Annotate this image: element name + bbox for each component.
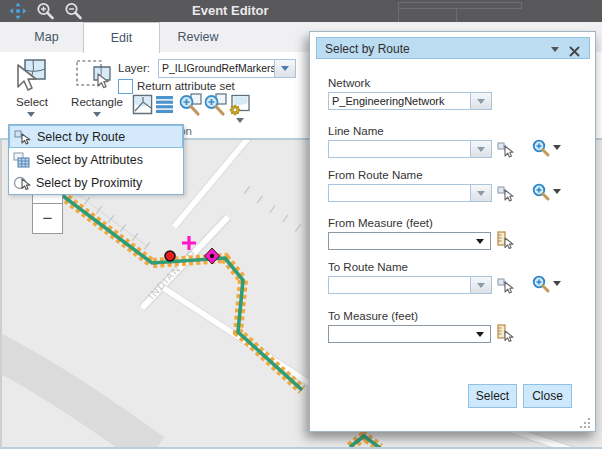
select-dropdown-menu: Select by Route Select by Attributes Sel… [8, 124, 184, 195]
select-by-attributes-icon [13, 152, 31, 168]
line-name-combobox-button[interactable] [470, 141, 491, 157]
menu-item-select-by-attributes[interactable]: Select by Attributes [9, 148, 183, 171]
to-measure-caret[interactable] [476, 332, 484, 337]
dialog-header[interactable]: Select by Route [316, 37, 590, 59]
select-by-route-dialog: Select by Route Network P_EngineeringNet… [309, 31, 596, 432]
line-zoom-icon[interactable] [532, 139, 550, 161]
line-name-label: Line Name [328, 125, 384, 137]
tab-map[interactable]: Map [10, 22, 83, 52]
from-route-combobox-button[interactable] [470, 185, 491, 201]
to-route-value [329, 277, 470, 293]
select-by-route-icon [14, 129, 32, 145]
from-measure-label: From Measure (feet) [328, 217, 433, 229]
select-features-icon[interactable] [132, 94, 153, 119]
menu-item-select-by-proximity[interactable]: Select by Proximity [9, 171, 183, 194]
network-combobox[interactable]: P_EngineeringNetwork [328, 92, 492, 110]
close-button[interactable]: Close [523, 384, 572, 408]
to-route-combobox-button[interactable] [470, 277, 491, 293]
from-measure-select-icon[interactable] [496, 231, 514, 253]
layer-label: Layer: [118, 62, 150, 74]
close-icon[interactable] [569, 43, 580, 61]
network-label: Network [328, 77, 370, 89]
select-tool-icon[interactable] [11, 57, 49, 99]
to-measure-label: To Measure (feet) [328, 310, 418, 322]
from-route-combobox[interactable] [328, 184, 492, 202]
from-route-zoom-icon[interactable] [532, 183, 550, 205]
select-by-proximity-icon [13, 175, 31, 191]
from-route-label: From Route Name [328, 169, 423, 181]
app-title: Event Editor [192, 3, 269, 18]
from-route-zoom-caret[interactable] [553, 189, 561, 194]
return-attribute-set-checkbox[interactable] [118, 79, 133, 94]
red-point-marker [165, 251, 175, 261]
layer-combobox[interactable]: P_ILIGroundRefMarkers [158, 59, 296, 78]
to-route-zoom-icon[interactable] [532, 275, 550, 297]
line-name-value [329, 141, 470, 157]
from-route-select-icon[interactable] [496, 184, 515, 206]
rectangle-dropdown-caret[interactable] [93, 112, 101, 117]
select-dropdown-caret[interactable] [27, 112, 35, 117]
from-measure-caret[interactable] [476, 239, 484, 244]
titlebar-panel-outline [398, 8, 457, 23]
network-combobox-button[interactable] [470, 93, 491, 109]
selection-options-caret[interactable] [236, 118, 244, 123]
network-value: P_EngineeringNetwork [329, 93, 470, 109]
to-route-select-icon[interactable] [496, 276, 515, 298]
from-route-value [329, 185, 470, 201]
rectangle-tool-icon[interactable] [74, 57, 114, 99]
pan-to-selection-icon[interactable] [203, 93, 227, 121]
layer-combobox-button[interactable] [274, 60, 295, 77]
titlebar: Event Editor [0, 0, 602, 22]
dialog-title: Select by Route [325, 42, 410, 56]
zoom-out-button[interactable]: − [32, 203, 63, 234]
layer-combobox-value: P_ILIGroundRefMarkers [159, 60, 274, 77]
to-route-combobox[interactable] [328, 276, 492, 294]
line-route-select-icon[interactable] [496, 140, 515, 162]
to-measure-combobox[interactable] [328, 325, 491, 343]
to-route-zoom-caret[interactable] [553, 281, 561, 286]
menu-item-select-by-route[interactable]: Select by Route [9, 125, 183, 148]
tab-review[interactable]: Review [160, 22, 236, 52]
line-zoom-caret[interactable] [553, 145, 561, 150]
line-name-combobox[interactable] [328, 140, 492, 158]
selection-options-icon[interactable] [228, 94, 251, 120]
pan-icon[interactable] [9, 2, 27, 24]
menu-item-label: Select by Attributes [36, 153, 143, 167]
rectangle-button-label[interactable]: Rectangle [66, 96, 128, 108]
event-editor-window: Event Editor Map Edit Review Select [0, 0, 602, 449]
menu-item-label: Select by Proximity [36, 176, 142, 190]
dialog-collapse-caret[interactable] [551, 47, 559, 52]
from-measure-combobox[interactable] [328, 232, 491, 250]
menu-item-label: Select by Route [37, 130, 125, 144]
map-gray-band [2, 350, 154, 447]
to-route-label: To Route Name [328, 261, 408, 273]
tab-edit[interactable]: Edit [83, 22, 160, 53]
to-measure-select-icon[interactable] [496, 324, 514, 346]
zoom-to-selection-icon[interactable] [178, 93, 202, 121]
attributes-icon[interactable] [156, 96, 174, 117]
select-button-label[interactable]: Select [8, 96, 56, 108]
resize-grip[interactable] [578, 415, 591, 433]
return-attribute-set-label: Return attribute set [137, 80, 235, 92]
select-button[interactable]: Select [468, 384, 517, 408]
